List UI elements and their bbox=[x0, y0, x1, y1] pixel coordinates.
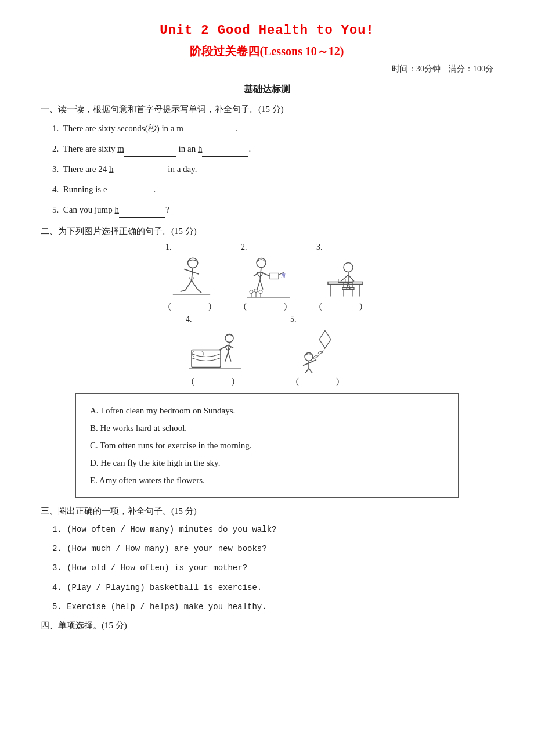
pic-paren-5: ( ) bbox=[296, 376, 343, 386]
part4-title: 四、单项选择。(15 分) bbox=[41, 620, 493, 631]
pic-box-4 bbox=[186, 327, 244, 374]
pictures-row-2: 4. bbox=[41, 315, 493, 386]
options-box: A. I often clean my bedroom on Sundays. … bbox=[75, 393, 459, 498]
question-3-2: 2. (How much / How many) are your new bo… bbox=[41, 542, 493, 556]
question-3-4: 4. (Play / Playing) basketball is exerci… bbox=[41, 581, 493, 595]
option-d: D. He can fly the kite high in the sky. bbox=[90, 454, 444, 471]
svg-line-14 bbox=[282, 273, 283, 278]
pic-item-5: 5. bbox=[290, 315, 348, 386]
svg-line-17 bbox=[254, 272, 260, 276]
svg-line-2 bbox=[184, 269, 192, 272]
svg-line-50 bbox=[228, 352, 231, 361]
pic-label-4: 4. bbox=[186, 315, 192, 324]
svg-rect-30 bbox=[342, 287, 354, 289]
svg-line-7 bbox=[198, 290, 201, 293]
question-1-2: 2. There are sixty m in an h. bbox=[41, 141, 493, 157]
pic-box-3 bbox=[316, 255, 369, 299]
page-title: Unit 2 Good Health to You! bbox=[41, 23, 493, 38]
svg-line-37 bbox=[341, 275, 348, 281]
svg-line-1 bbox=[192, 268, 193, 280]
part2-title: 二、为下列图片选择正确的句子。(15 分) bbox=[41, 226, 493, 237]
pictures-row-1: 1. bbox=[41, 243, 493, 311]
option-b: B. He works hard at school. bbox=[90, 419, 444, 437]
pic-box-5 bbox=[290, 327, 348, 374]
pic-item-4: 4. bbox=[186, 315, 244, 386]
svg-point-35 bbox=[344, 262, 353, 272]
pic-item-3: 3. bbox=[316, 243, 369, 311]
svg-line-6 bbox=[181, 290, 186, 291]
meta-info: 时间：30分钟 满分：100分 bbox=[41, 64, 493, 74]
svg-line-58 bbox=[303, 363, 309, 365]
time-label: 时间：30分钟 bbox=[392, 64, 441, 73]
pic-paren-1: ( ) bbox=[168, 301, 215, 311]
pictures-section: 1. bbox=[41, 243, 493, 386]
pic-label-2: 2. bbox=[241, 243, 247, 252]
subtitle: 阶段过关卷四(Lessons 10～12) bbox=[41, 44, 493, 59]
pic-box-2 bbox=[241, 255, 293, 299]
option-e: E. Amy often waters the flowers. bbox=[90, 471, 444, 489]
svg-rect-43 bbox=[192, 350, 221, 367]
option-a: A. I often clean my bedroom on Sundays. bbox=[90, 402, 444, 419]
question-1-5: 5. Can you jump h? bbox=[41, 202, 493, 218]
svg-line-38 bbox=[348, 275, 354, 281]
svg-line-16 bbox=[284, 273, 285, 278]
question-1-1: 1. There are sixty seconds(秒) in a m. bbox=[41, 121, 493, 136]
svg-line-18 bbox=[257, 280, 260, 289]
svg-line-19 bbox=[260, 280, 263, 289]
svg-rect-12 bbox=[270, 273, 279, 279]
svg-point-22 bbox=[254, 289, 258, 292]
svg-line-57 bbox=[309, 359, 316, 363]
pic-item-2: 2. bbox=[241, 243, 293, 311]
pic-label-3: 3. bbox=[316, 243, 323, 252]
svg-line-60 bbox=[309, 368, 312, 373]
question-3-5: 5. Exercise (help / helps) make you heal… bbox=[41, 600, 493, 614]
question-3-3: 3. (How old / How often) is your mother? bbox=[41, 561, 493, 575]
pic-paren-2: ( ) bbox=[244, 301, 291, 311]
score-label: 满分：100分 bbox=[449, 64, 493, 73]
option-c: C. Tom often runs for exercise in the mo… bbox=[90, 437, 444, 454]
svg-point-54 bbox=[313, 355, 319, 358]
svg-line-49 bbox=[225, 352, 228, 361]
part3-title: 三、圈出正确的一项，补全句子。(15 分) bbox=[41, 506, 493, 517]
svg-line-15 bbox=[283, 272, 284, 277]
svg-point-53 bbox=[318, 351, 323, 354]
svg-point-20 bbox=[250, 290, 253, 293]
svg-point-24 bbox=[259, 290, 262, 293]
section-header: 基础达标测 bbox=[41, 84, 493, 96]
svg-marker-52 bbox=[319, 330, 331, 348]
pic-paren-4: ( ) bbox=[192, 376, 239, 386]
question-3-1: 1. (How often / How many) minutes do you… bbox=[41, 523, 493, 537]
question-1-4: 4. Running is e. bbox=[41, 182, 493, 197]
part1-title: 一、读一读，根据句意和首字母提示写单词，补全句子。(15 分) bbox=[41, 104, 493, 115]
svg-line-46 bbox=[228, 342, 229, 352]
svg-line-10 bbox=[260, 267, 261, 280]
svg-line-5 bbox=[192, 280, 198, 290]
pic-paren-3: ( ) bbox=[319, 301, 366, 311]
pic-box-1 bbox=[165, 255, 218, 299]
question-1-3: 3. There are 24 h in a day. bbox=[41, 161, 493, 177]
svg-line-59 bbox=[305, 368, 309, 373]
pic-item-1: 1. bbox=[165, 243, 218, 311]
svg-line-4 bbox=[185, 280, 192, 290]
pic-label-1: 1. bbox=[165, 243, 172, 252]
pic-label-5: 5. bbox=[290, 315, 297, 324]
